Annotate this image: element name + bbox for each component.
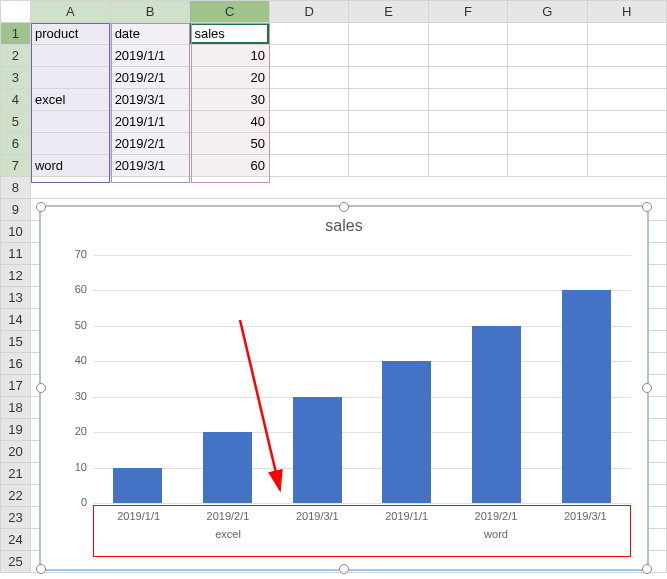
cell-A6[interactable]: [30, 133, 110, 155]
cell-D7[interactable]: [270, 155, 349, 177]
cell-F2[interactable]: [428, 45, 507, 67]
cell-E3[interactable]: [349, 67, 428, 89]
cell-D2[interactable]: [270, 45, 349, 67]
row-header-1[interactable]: 1: [1, 23, 31, 45]
cell-C1[interactable]: sales: [190, 23, 270, 45]
resize-handle-tc[interactable]: [339, 202, 349, 212]
row-header-5[interactable]: 5: [1, 111, 31, 133]
cell-C5[interactable]: 40: [190, 111, 270, 133]
row-header-24[interactable]: 24: [1, 529, 31, 551]
row-header-9[interactable]: 9: [1, 199, 31, 221]
cell-B2[interactable]: 2019/1/1: [110, 45, 190, 67]
cell-A2[interactable]: [30, 45, 110, 67]
row-header-4[interactable]: 4: [1, 89, 31, 111]
cell-D1[interactable]: [270, 23, 349, 45]
row-header-2[interactable]: 2: [1, 45, 31, 67]
chart-plot-area[interactable]: 010203040506070: [93, 255, 631, 503]
resize-handle-br[interactable]: [642, 564, 652, 574]
cell-D5[interactable]: [270, 111, 349, 133]
row-header-17[interactable]: 17: [1, 375, 31, 397]
cell-H2[interactable]: [587, 45, 666, 67]
chart-x-axis-labels[interactable]: 2019/1/12019/2/12019/3/1excel2019/1/1201…: [93, 505, 631, 557]
cell-E1[interactable]: [349, 23, 428, 45]
col-header-B[interactable]: B: [110, 1, 190, 23]
chart-bar[interactable]: [203, 432, 252, 503]
resize-handle-bc[interactable]: [339, 564, 349, 574]
row-header-12[interactable]: 12: [1, 265, 31, 287]
row-header-14[interactable]: 14: [1, 309, 31, 331]
row-header-7[interactable]: 7: [1, 155, 31, 177]
col-header-E[interactable]: E: [349, 1, 428, 23]
cell-H1[interactable]: [587, 23, 666, 45]
cell-E7[interactable]: [349, 155, 428, 177]
cell-F4[interactable]: [428, 89, 507, 111]
chart-bar[interactable]: [562, 290, 611, 503]
cell-E6[interactable]: [349, 133, 428, 155]
row-header-18[interactable]: 18: [1, 397, 31, 419]
cell-D4[interactable]: [270, 89, 349, 111]
row-header-10[interactable]: 10: [1, 221, 31, 243]
cell-E2[interactable]: [349, 45, 428, 67]
cell-B3[interactable]: 2019/2/1: [110, 67, 190, 89]
cell-H4[interactable]: [587, 89, 666, 111]
col-header-F[interactable]: F: [428, 1, 507, 23]
row-header-13[interactable]: 13: [1, 287, 31, 309]
row-header-21[interactable]: 21: [1, 463, 31, 485]
cell-D6[interactable]: [270, 133, 349, 155]
cell-E5[interactable]: [349, 111, 428, 133]
cell-F3[interactable]: [428, 67, 507, 89]
row-header-22[interactable]: 22: [1, 485, 31, 507]
cell-C3[interactable]: 20: [190, 67, 270, 89]
row-header-3[interactable]: 3: [1, 67, 31, 89]
cell-A5[interactable]: [30, 111, 110, 133]
cell-A3[interactable]: [30, 67, 110, 89]
resize-handle-mr[interactable]: [642, 383, 652, 393]
row-header-8[interactable]: 8: [1, 177, 31, 199]
cell-D3[interactable]: [270, 67, 349, 89]
chart-bar[interactable]: [472, 326, 521, 503]
select-all-corner[interactable]: [1, 1, 31, 23]
cell-B6[interactable]: 2019/2/1: [110, 133, 190, 155]
cell-G7[interactable]: [508, 155, 587, 177]
resize-handle-bl[interactable]: [36, 564, 46, 574]
cell-row8[interactable]: [30, 177, 666, 199]
cell-C7[interactable]: 60: [190, 155, 270, 177]
cell-B4[interactable]: 2019/3/1: [110, 89, 190, 111]
resize-handle-ml[interactable]: [36, 383, 46, 393]
cell-G1[interactable]: [508, 23, 587, 45]
col-header-G[interactable]: G: [508, 1, 587, 23]
cell-A4[interactable]: excel: [30, 89, 110, 111]
cell-G3[interactable]: [508, 67, 587, 89]
cell-G6[interactable]: [508, 133, 587, 155]
cell-C6[interactable]: 50: [190, 133, 270, 155]
cell-F7[interactable]: [428, 155, 507, 177]
row-header-11[interactable]: 11: [1, 243, 31, 265]
cell-G4[interactable]: [508, 89, 587, 111]
cell-H6[interactable]: [587, 133, 666, 155]
chart-object[interactable]: sales 010203040506070 2019/1/12019/2/120…: [40, 206, 648, 570]
col-header-D[interactable]: D: [270, 1, 349, 23]
chart-bar[interactable]: [382, 361, 431, 503]
chart-bar[interactable]: [293, 397, 342, 503]
cell-C4[interactable]: 30: [190, 89, 270, 111]
resize-handle-tl[interactable]: [36, 202, 46, 212]
cell-A7[interactable]: word: [30, 155, 110, 177]
cell-A1[interactable]: product: [30, 23, 110, 45]
cell-E4[interactable]: [349, 89, 428, 111]
row-header-19[interactable]: 19: [1, 419, 31, 441]
col-header-C[interactable]: C: [190, 1, 270, 23]
col-header-H[interactable]: H: [587, 1, 666, 23]
cell-B1[interactable]: date: [110, 23, 190, 45]
cell-F1[interactable]: [428, 23, 507, 45]
row-header-23[interactable]: 23: [1, 507, 31, 529]
row-header-25[interactable]: 25: [1, 551, 31, 573]
row-header-15[interactable]: 15: [1, 331, 31, 353]
cell-B7[interactable]: 2019/3/1: [110, 155, 190, 177]
cell-H7[interactable]: [587, 155, 666, 177]
cell-H5[interactable]: [587, 111, 666, 133]
cell-H3[interactable]: [587, 67, 666, 89]
cell-G2[interactable]: [508, 45, 587, 67]
chart-title[interactable]: sales: [41, 217, 647, 235]
chart-bar[interactable]: [113, 468, 162, 503]
cell-B5[interactable]: 2019/1/1: [110, 111, 190, 133]
